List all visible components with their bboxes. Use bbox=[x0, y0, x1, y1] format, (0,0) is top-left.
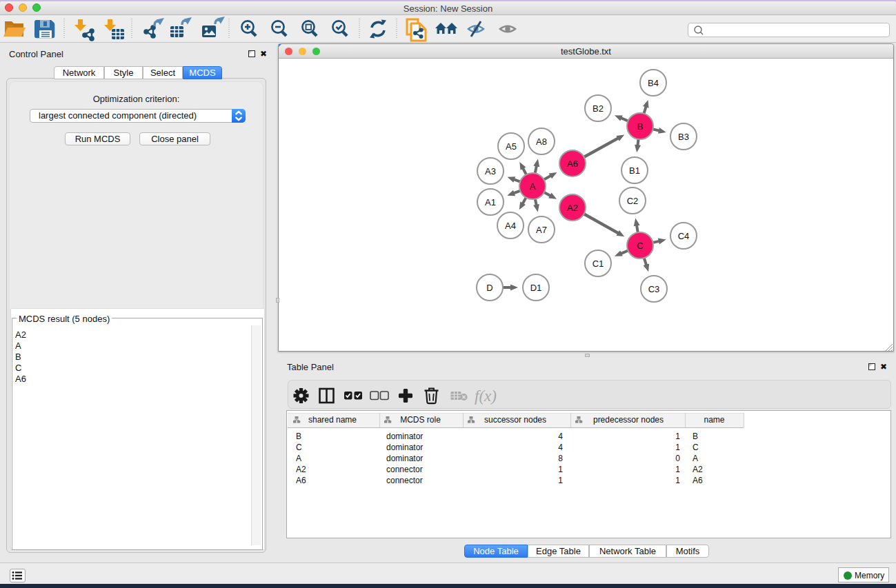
svg-text:B2: B2 bbox=[593, 103, 604, 114]
svg-text:C2: C2 bbox=[627, 196, 639, 206]
svg-text:A8: A8 bbox=[536, 136, 547, 147]
svg-text:D: D bbox=[486, 283, 492, 293]
svg-text:A7: A7 bbox=[536, 225, 547, 235]
svg-text:A5: A5 bbox=[506, 141, 517, 152]
svg-text:B: B bbox=[637, 121, 644, 132]
svg-text:C: C bbox=[637, 241, 643, 251]
svg-text:C3: C3 bbox=[648, 284, 660, 294]
svg-text:B3: B3 bbox=[678, 132, 689, 142]
svg-text:A3: A3 bbox=[485, 166, 496, 176]
svg-text:A2: A2 bbox=[567, 203, 578, 213]
svg-text:C1: C1 bbox=[593, 258, 604, 269]
svg-text:A4: A4 bbox=[505, 221, 516, 231]
svg-text:D1: D1 bbox=[530, 283, 542, 293]
svg-text:B1: B1 bbox=[629, 165, 640, 176]
svg-text:A: A bbox=[530, 181, 536, 192]
svg-text:A6: A6 bbox=[567, 159, 578, 169]
svg-text:A1: A1 bbox=[485, 197, 496, 207]
svg-text:B4: B4 bbox=[648, 78, 659, 88]
svg-text:f(x): f(x) bbox=[475, 387, 497, 405]
svg-text:C4: C4 bbox=[678, 231, 690, 241]
